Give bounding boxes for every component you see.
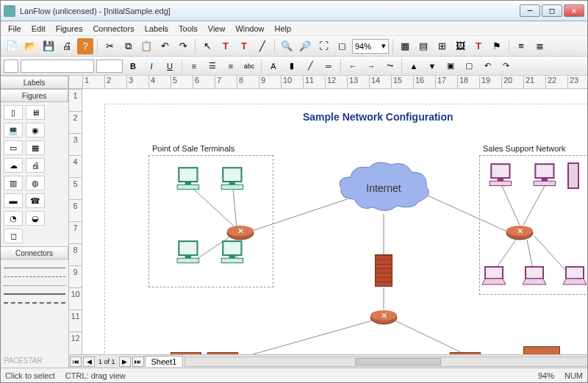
palette-header-labels[interactable]: Labels — [1, 76, 68, 89]
sheet-next-button[interactable]: ▶ — [119, 357, 131, 367]
firewall-icon[interactable] — [375, 254, 392, 287]
zoom-fit-button[interactable]: ⛶ — [315, 38, 331, 54]
undo-button[interactable]: ↶ — [157, 38, 173, 54]
insert-text-button[interactable]: T — [470, 38, 487, 54]
zoom-out-button[interactable]: 🔎 — [297, 38, 313, 54]
shape-printer-icon[interactable]: 🖨 — [26, 158, 45, 173]
line-style-button[interactable]: ═ — [320, 59, 337, 74]
help-button[interactable]: ? — [77, 38, 93, 54]
connector-dotted-icon[interactable] — [4, 280, 65, 286]
switch-icon[interactable] — [450, 352, 481, 354]
shape-router-icon[interactable]: ◉ — [26, 123, 45, 137]
menu-window[interactable]: Window — [231, 23, 268, 35]
shape-firewall-icon[interactable]: ▦ — [26, 140, 45, 155]
pc-purple-icon[interactable] — [531, 162, 562, 190]
shape-laptop-icon[interactable]: 💻 — [4, 123, 23, 137]
shape-rack-icon[interactable]: ▥ — [4, 176, 23, 190]
spellcheck-button[interactable]: abc — [241, 59, 257, 74]
server-icon[interactable] — [567, 162, 579, 189]
arrow-end-button[interactable]: → — [363, 59, 379, 74]
group-button[interactable]: ▣ — [442, 59, 459, 74]
palette-header-figures[interactable]: Figures — [1, 89, 68, 102]
laptop-icon[interactable] — [479, 265, 509, 287]
shape-disk-icon[interactable]: ◔ — [4, 211, 23, 226]
zoom-in-button[interactable]: 🔍 — [279, 38, 295, 54]
pc-icon[interactable] — [218, 166, 249, 194]
rotate-left-button[interactable]: ↶ — [479, 59, 495, 74]
line-tool[interactable]: ╱ — [254, 38, 270, 54]
drawing-canvas[interactable]: Sample Network Configuration — [82, 89, 587, 354]
close-button[interactable]: ✕ — [564, 4, 584, 17]
paste-button[interactable]: 📋 — [138, 38, 154, 54]
print-button[interactable]: 🖨 — [59, 38, 75, 54]
font-size-combo[interactable] — [96, 60, 123, 73]
insert-image-button[interactable]: 🖼 — [452, 38, 468, 54]
laptop-icon[interactable] — [560, 265, 587, 287]
sheet-first-button[interactable]: ⏮ — [70, 357, 82, 367]
pc-icon[interactable] — [218, 240, 249, 268]
switch-icon[interactable] — [207, 352, 238, 354]
align-left-button[interactable]: ≡ — [186, 59, 202, 74]
zoom-combo[interactable]: 94%▾ — [352, 39, 389, 54]
select-tool[interactable]: ↖ — [199, 38, 215, 54]
flag-button[interactable]: ⚑ — [489, 38, 505, 54]
palette-header-connectors[interactable]: Connectors — [1, 246, 68, 259]
zoom-actual-button[interactable]: ◻ — [334, 38, 350, 54]
connector-style-button[interactable]: ⤳ — [381, 59, 398, 74]
switch-icon[interactable] — [171, 352, 201, 354]
connector-solid-icon[interactable] — [4, 262, 65, 268]
shape-server-icon[interactable]: ▯ — [4, 105, 23, 120]
sheet-prev-button[interactable]: ◀ — [83, 357, 95, 367]
redo-button[interactable]: ↷ — [175, 38, 191, 54]
align-right-button[interactable]: ≡ — [223, 59, 239, 74]
align-center-button[interactable]: ☰ — [204, 59, 220, 74]
pc-icon[interactable] — [174, 240, 205, 268]
shape-phone-icon[interactable]: ☎ — [26, 193, 45, 208]
group-pos-terminals[interactable]: Point of Sale Terminals — [148, 155, 273, 287]
menu-edit[interactable]: Edit — [27, 23, 50, 35]
menu-figures[interactable]: Figures — [51, 23, 87, 35]
pc-icon[interactable] — [174, 166, 205, 194]
shape-tape-icon[interactable]: ◒ — [26, 211, 45, 226]
rotate-right-button[interactable]: ↷ — [498, 59, 514, 74]
pc-purple-icon[interactable] — [487, 162, 517, 190]
bring-front-button[interactable]: ▲ — [406, 59, 422, 74]
italic-button[interactable]: I — [143, 59, 159, 74]
connector-thick-icon[interactable] — [4, 289, 65, 295]
cut-button[interactable]: ✂ — [101, 38, 118, 54]
laptop-icon[interactable] — [520, 265, 549, 287]
distribute-button[interactable]: ≣ — [531, 38, 548, 54]
layer-button[interactable]: ▦ — [397, 38, 413, 54]
snap-button[interactable]: ⊞ — [434, 38, 450, 54]
connector-dashed-icon[interactable] — [4, 271, 65, 277]
copy-button[interactable]: ⧉ — [120, 38, 136, 54]
shape-switch-icon[interactable]: ▭ — [4, 140, 23, 155]
align-button[interactable]: ≡ — [513, 38, 529, 54]
menu-view[interactable]: View — [204, 23, 230, 35]
connector-thick-dash-icon[interactable] — [4, 298, 65, 304]
sheet-tab-1[interactable]: Sheet1 — [145, 356, 184, 367]
shape-hub-icon[interactable]: ◍ — [26, 176, 45, 190]
sheet-last-button[interactable]: ⏭ — [132, 357, 144, 367]
text-tool-2[interactable]: T — [236, 38, 252, 54]
internet-cloud[interactable]: Internet — [332, 159, 435, 218]
text-tool[interactable]: T — [218, 38, 234, 54]
fill-color-button[interactable]: ▮ — [284, 59, 300, 74]
minimize-button[interactable]: ─ — [520, 4, 540, 17]
shape-generic-icon[interactable]: ◻ — [4, 229, 23, 243]
grid-button[interactable]: ▤ — [415, 38, 431, 54]
diagram-title[interactable]: Sample Network Configuration — [303, 111, 453, 123]
menu-connectors[interactable]: Connectors — [88, 23, 138, 35]
open-button[interactable]: 📂 — [22, 38, 38, 54]
bold-button[interactable]: B — [125, 59, 141, 74]
shape-cloud-icon[interactable]: ☁ — [4, 158, 23, 173]
new-button[interactable]: 📄 — [4, 38, 20, 54]
shape-pc-icon[interactable]: 🖥 — [26, 105, 45, 120]
router-icon[interactable]: ✕ — [505, 225, 534, 241]
line-color-button[interactable]: ╱ — [302, 59, 318, 74]
arrow-start-button[interactable]: ← — [345, 59, 361, 74]
style-preset-combo[interactable] — [4, 60, 18, 73]
menu-tools[interactable]: Tools — [174, 23, 202, 35]
horizontal-scrollbar[interactable] — [184, 357, 587, 367]
menu-file[interactable]: File — [4, 23, 26, 35]
